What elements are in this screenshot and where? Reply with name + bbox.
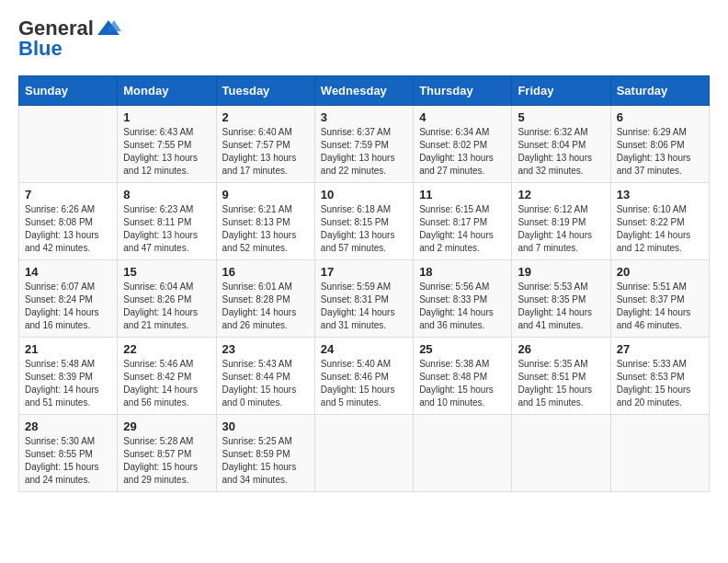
day-info: Sunrise: 5:48 AM Sunset: 8:39 PM Dayligh… bbox=[25, 358, 111, 409]
calendar-cell: 20Sunrise: 5:51 AM Sunset: 8:37 PM Dayli… bbox=[610, 260, 709, 338]
day-number: 19 bbox=[518, 265, 604, 279]
day-info: Sunrise: 6:04 AM Sunset: 8:26 PM Dayligh… bbox=[123, 281, 210, 332]
calendar-cell: 14Sunrise: 6:07 AM Sunset: 8:24 PM Dayli… bbox=[19, 260, 118, 338]
calendar-cell: 28Sunrise: 5:30 AM Sunset: 8:55 PM Dayli… bbox=[19, 415, 118, 492]
day-number: 16 bbox=[222, 265, 309, 279]
day-number: 7 bbox=[25, 188, 111, 201]
calendar-cell: 5Sunrise: 6:32 AM Sunset: 8:04 PM Daylig… bbox=[512, 106, 610, 183]
calendar-cell: 4Sunrise: 6:34 AM Sunset: 8:02 PM Daylig… bbox=[414, 106, 512, 183]
day-number: 29 bbox=[123, 419, 210, 433]
logo-icon bbox=[96, 18, 121, 39]
calendar-cell: 17Sunrise: 5:59 AM Sunset: 8:31 PM Dayli… bbox=[314, 260, 413, 338]
day-number: 26 bbox=[518, 342, 604, 356]
day-number: 18 bbox=[419, 265, 506, 279]
day-info: Sunrise: 5:40 AM Sunset: 8:46 PM Dayligh… bbox=[321, 358, 407, 409]
day-info: Sunrise: 6:18 AM Sunset: 8:15 PM Dayligh… bbox=[321, 203, 407, 255]
day-number: 2 bbox=[222, 110, 309, 124]
calendar-cell: 12Sunrise: 6:12 AM Sunset: 8:19 PM Dayli… bbox=[512, 183, 610, 260]
calendar-table: SundayMondayTuesdayWednesdayThursdayFrid… bbox=[18, 75, 710, 492]
day-info: Sunrise: 6:37 AM Sunset: 7:59 PM Dayligh… bbox=[321, 126, 407, 178]
calendar-cell: 16Sunrise: 6:01 AM Sunset: 8:28 PM Dayli… bbox=[216, 260, 314, 338]
calendar-cell bbox=[610, 415, 709, 492]
calendar-week-row: 7Sunrise: 6:26 AM Sunset: 8:08 PM Daylig… bbox=[19, 183, 710, 260]
day-number: 6 bbox=[617, 110, 703, 124]
calendar-cell bbox=[314, 415, 413, 492]
calendar-cell: 7Sunrise: 6:26 AM Sunset: 8:08 PM Daylig… bbox=[19, 183, 118, 260]
day-number: 30 bbox=[222, 419, 309, 433]
day-of-week-header: Saturday bbox=[610, 76, 709, 106]
day-info: Sunrise: 6:12 AM Sunset: 8:19 PM Dayligh… bbox=[518, 203, 604, 255]
calendar-cell: 21Sunrise: 5:48 AM Sunset: 8:39 PM Dayli… bbox=[19, 338, 118, 415]
day-info: Sunrise: 6:10 AM Sunset: 8:22 PM Dayligh… bbox=[617, 203, 703, 255]
logo: General Blue bbox=[18, 18, 121, 61]
calendar-cell: 30Sunrise: 5:25 AM Sunset: 8:59 PM Dayli… bbox=[216, 415, 314, 492]
day-of-week-header: Sunday bbox=[19, 76, 118, 106]
day-number: 20 bbox=[617, 265, 703, 279]
day-info: Sunrise: 5:46 AM Sunset: 8:42 PM Dayligh… bbox=[123, 358, 210, 409]
calendar-cell: 29Sunrise: 5:28 AM Sunset: 8:57 PM Dayli… bbox=[118, 415, 216, 492]
calendar-week-row: 1Sunrise: 6:43 AM Sunset: 7:55 PM Daylig… bbox=[19, 106, 710, 183]
day-info: Sunrise: 6:29 AM Sunset: 8:06 PM Dayligh… bbox=[617, 126, 703, 178]
day-info: Sunrise: 6:34 AM Sunset: 8:02 PM Dayligh… bbox=[419, 126, 506, 178]
day-number: 28 bbox=[25, 419, 111, 433]
calendar-week-row: 28Sunrise: 5:30 AM Sunset: 8:55 PM Dayli… bbox=[19, 415, 710, 492]
calendar-cell bbox=[512, 415, 610, 492]
day-number: 23 bbox=[222, 342, 309, 356]
calendar-cell: 15Sunrise: 6:04 AM Sunset: 8:26 PM Dayli… bbox=[118, 260, 216, 338]
day-number: 14 bbox=[25, 265, 111, 279]
day-info: Sunrise: 6:07 AM Sunset: 8:24 PM Dayligh… bbox=[25, 281, 111, 332]
calendar-cell: 3Sunrise: 6:37 AM Sunset: 7:59 PM Daylig… bbox=[314, 106, 413, 183]
calendar-cell: 18Sunrise: 5:56 AM Sunset: 8:33 PM Dayli… bbox=[414, 260, 512, 338]
calendar-cell bbox=[414, 415, 512, 492]
calendar-cell: 24Sunrise: 5:40 AM Sunset: 8:46 PM Dayli… bbox=[314, 338, 413, 415]
logo-blue-text: Blue bbox=[18, 37, 63, 60]
calendar-cell: 22Sunrise: 5:46 AM Sunset: 8:42 PM Dayli… bbox=[118, 338, 216, 415]
day-number: 17 bbox=[321, 265, 407, 279]
day-info: Sunrise: 5:25 AM Sunset: 8:59 PM Dayligh… bbox=[222, 435, 309, 487]
day-info: Sunrise: 6:40 AM Sunset: 7:57 PM Dayligh… bbox=[222, 126, 309, 178]
calendar-cell: 13Sunrise: 6:10 AM Sunset: 8:22 PM Dayli… bbox=[610, 183, 709, 260]
day-number: 22 bbox=[123, 342, 210, 356]
day-number: 25 bbox=[419, 342, 506, 356]
day-info: Sunrise: 6:15 AM Sunset: 8:17 PM Dayligh… bbox=[419, 203, 506, 255]
day-number: 27 bbox=[617, 342, 703, 356]
day-info: Sunrise: 5:38 AM Sunset: 8:48 PM Dayligh… bbox=[419, 358, 506, 409]
day-number: 21 bbox=[25, 342, 111, 356]
calendar-header-row: SundayMondayTuesdayWednesdayThursdayFrid… bbox=[19, 76, 710, 106]
calendar-cell: 2Sunrise: 6:40 AM Sunset: 7:57 PM Daylig… bbox=[216, 106, 314, 183]
day-info: Sunrise: 6:26 AM Sunset: 8:08 PM Dayligh… bbox=[25, 203, 111, 255]
calendar-cell: 10Sunrise: 6:18 AM Sunset: 8:15 PM Dayli… bbox=[314, 183, 413, 260]
day-info: Sunrise: 6:23 AM Sunset: 8:11 PM Dayligh… bbox=[123, 203, 210, 255]
day-info: Sunrise: 5:53 AM Sunset: 8:35 PM Dayligh… bbox=[518, 281, 604, 332]
calendar-week-row: 21Sunrise: 5:48 AM Sunset: 8:39 PM Dayli… bbox=[19, 338, 710, 415]
day-info: Sunrise: 6:43 AM Sunset: 7:55 PM Dayligh… bbox=[123, 126, 210, 178]
day-number: 15 bbox=[123, 265, 210, 279]
calendar-cell: 8Sunrise: 6:23 AM Sunset: 8:11 PM Daylig… bbox=[118, 183, 216, 260]
day-info: Sunrise: 6:32 AM Sunset: 8:04 PM Dayligh… bbox=[518, 126, 604, 178]
day-info: Sunrise: 5:33 AM Sunset: 8:53 PM Dayligh… bbox=[617, 358, 703, 409]
day-of-week-header: Thursday bbox=[414, 76, 512, 106]
calendar-cell: 27Sunrise: 5:33 AM Sunset: 8:53 PM Dayli… bbox=[610, 338, 709, 415]
calendar-cell: 19Sunrise: 5:53 AM Sunset: 8:35 PM Dayli… bbox=[512, 260, 610, 338]
day-number: 24 bbox=[321, 342, 407, 356]
day-info: Sunrise: 6:01 AM Sunset: 8:28 PM Dayligh… bbox=[222, 281, 309, 332]
calendar-cell: 9Sunrise: 6:21 AM Sunset: 8:13 PM Daylig… bbox=[216, 183, 314, 260]
day-info: Sunrise: 6:21 AM Sunset: 8:13 PM Dayligh… bbox=[222, 203, 309, 255]
calendar-cell: 25Sunrise: 5:38 AM Sunset: 8:48 PM Dayli… bbox=[414, 338, 512, 415]
day-info: Sunrise: 5:35 AM Sunset: 8:51 PM Dayligh… bbox=[518, 358, 604, 409]
day-number: 8 bbox=[123, 188, 210, 201]
day-of-week-header: Friday bbox=[512, 76, 610, 106]
day-number: 9 bbox=[222, 188, 309, 201]
calendar-cell: 26Sunrise: 5:35 AM Sunset: 8:51 PM Dayli… bbox=[512, 338, 610, 415]
day-info: Sunrise: 5:56 AM Sunset: 8:33 PM Dayligh… bbox=[419, 281, 506, 332]
day-of-week-header: Tuesday bbox=[216, 76, 314, 106]
day-info: Sunrise: 5:51 AM Sunset: 8:37 PM Dayligh… bbox=[617, 281, 703, 332]
day-info: Sunrise: 5:28 AM Sunset: 8:57 PM Dayligh… bbox=[123, 435, 210, 487]
day-number: 3 bbox=[321, 110, 407, 124]
calendar-cell: 11Sunrise: 6:15 AM Sunset: 8:17 PM Dayli… bbox=[414, 183, 512, 260]
calendar-cell: 6Sunrise: 6:29 AM Sunset: 8:06 PM Daylig… bbox=[610, 106, 709, 183]
day-number: 11 bbox=[419, 188, 506, 201]
day-number: 13 bbox=[617, 188, 703, 201]
day-info: Sunrise: 5:59 AM Sunset: 8:31 PM Dayligh… bbox=[321, 281, 407, 332]
day-of-week-header: Monday bbox=[118, 76, 216, 106]
